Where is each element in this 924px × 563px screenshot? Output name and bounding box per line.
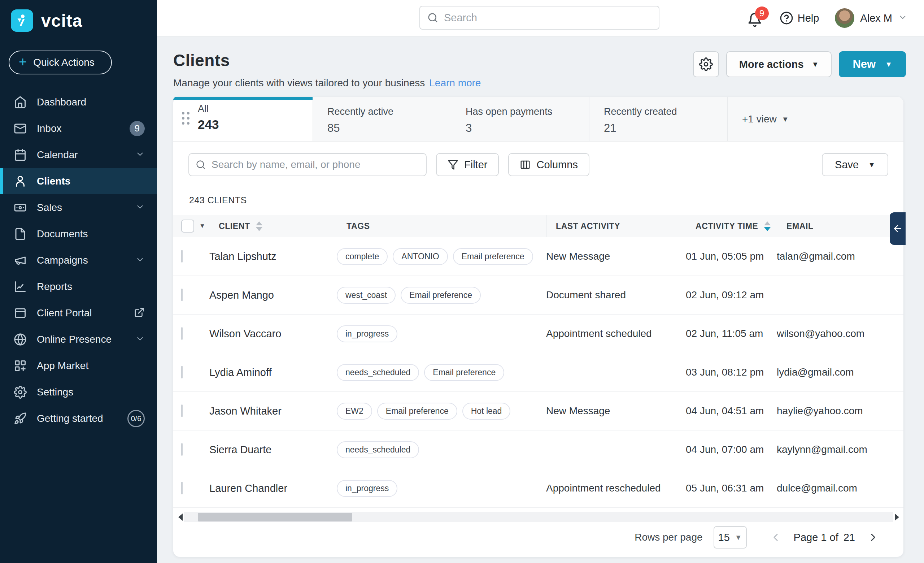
sidebar-item-clients[interactable]: Clients <box>0 168 157 194</box>
client-email: haylie@yahoo.com <box>777 405 903 417</box>
sort-icon[interactable] <box>256 221 262 231</box>
row-checkbox[interactable] <box>181 366 183 378</box>
table-row[interactable]: Sierra Duarte needs_scheduled 04 Jun, 07… <box>173 431 903 469</box>
client-tags: west_coastEmail preference <box>337 287 546 304</box>
table-row[interactable]: Wilson Vaccaro in_progress Appointment s… <box>173 315 903 353</box>
sidebar-item-inbox[interactable]: Inbox 9 <box>0 115 157 141</box>
select-all-checkbox[interactable] <box>181 219 194 233</box>
tag-pill[interactable]: Email preference <box>377 403 457 420</box>
client-name[interactable]: Lydia Aminoff <box>209 366 337 378</box>
scrollbar-thumb[interactable] <box>198 513 352 521</box>
settings-gear-button[interactable] <box>693 51 719 77</box>
sidebar-item-app-market[interactable]: App Market <box>0 353 157 379</box>
tag-pill[interactable]: Hot lead <box>462 403 511 420</box>
view-tab-recently-created[interactable]: Recently created 21 <box>590 97 728 141</box>
pagination: Rows per page 15 ▼ Page 1 of 21 <box>173 522 903 552</box>
previous-page-button[interactable] <box>768 530 783 545</box>
view-tab-all[interactable]: All 243 <box>173 97 313 141</box>
collapse-panel-handle[interactable] <box>890 212 906 245</box>
columns-label: Columns <box>536 159 578 171</box>
sidebar-item-settings[interactable]: Settings <box>0 379 157 405</box>
view-tab-has-open-payments[interactable]: Has open payments 3 <box>451 97 590 141</box>
quick-actions-button[interactable]: + Quick Actions <box>9 51 112 74</box>
client-name[interactable]: Aspen Mango <box>209 289 337 301</box>
row-checkbox[interactable] <box>181 482 183 494</box>
column-header-activity-time[interactable]: ACTIVITY TIME <box>686 215 777 237</box>
sidebar-item-calendar[interactable]: Calendar <box>0 141 157 168</box>
scrollbar-track[interactable] <box>184 512 893 522</box>
user-menu[interactable]: Alex M <box>835 8 908 28</box>
sidebar-item-online-presence[interactable]: Online Presence <box>0 326 157 353</box>
view-tab-recently-active[interactable]: Recently active 85 <box>313 97 451 141</box>
rocket-icon <box>14 412 27 425</box>
sidebar-item-client-portal[interactable]: Client Portal <box>0 300 157 326</box>
sidebar-item-documents[interactable]: Documents <box>0 221 157 247</box>
columns-icon <box>520 159 531 170</box>
column-header-email[interactable]: EMAIL <box>777 215 903 237</box>
scroll-right-arrow-icon[interactable] <box>895 513 899 521</box>
next-page-button[interactable] <box>866 530 880 545</box>
global-search-input[interactable] <box>444 12 651 24</box>
more-views-label: +1 view <box>742 113 777 125</box>
client-name[interactable]: Jason Whitaker <box>209 405 337 417</box>
mail-icon <box>14 122 27 135</box>
table-row[interactable]: Lauren Chandler in_progress Appointment … <box>173 469 903 508</box>
column-header-last-activity[interactable]: LAST ACTIVITY <box>546 215 686 237</box>
tag-pill[interactable]: Email preference <box>400 287 481 304</box>
select-menu-caret-icon[interactable]: ▼ <box>199 222 206 230</box>
drag-handle-icon[interactable] <box>182 112 189 125</box>
tag-pill[interactable]: Email preference <box>424 364 504 381</box>
tag-pill[interactable]: needs_scheduled <box>337 364 419 381</box>
horizontal-scrollbar[interactable] <box>178 512 900 522</box>
client-search-input[interactable] <box>212 159 419 170</box>
tag-pill[interactable]: Email preference <box>453 248 533 265</box>
row-checkbox[interactable] <box>181 327 183 340</box>
sidebar-item-getting-started[interactable]: Getting started 0/6 <box>0 405 157 432</box>
client-name[interactable]: Sierra Duarte <box>209 444 337 456</box>
row-checkbox[interactable] <box>181 250 183 263</box>
topbar: 9 Help Alex M <box>157 0 924 36</box>
column-header-client[interactable]: CLIENT <box>209 215 337 237</box>
table-row[interactable]: Talan Lipshutz completeANTONIOEmail pref… <box>173 237 903 276</box>
rocket-icon <box>14 412 27 425</box>
columns-button[interactable]: Columns <box>508 153 589 176</box>
sidebar-item-sales[interactable]: Sales <box>0 194 157 221</box>
banknote-icon <box>14 201 27 214</box>
client-name[interactable]: Wilson Vaccaro <box>209 328 337 340</box>
tag-pill[interactable]: complete <box>337 248 388 265</box>
notifications-button[interactable]: 9 <box>747 9 764 27</box>
tag-pill[interactable]: ANTONIO <box>393 248 448 265</box>
help-button[interactable]: Help <box>780 11 819 25</box>
row-checkbox[interactable] <box>181 288 183 301</box>
tag-pill[interactable]: EW2 <box>337 403 372 420</box>
table-row[interactable]: Aspen Mango west_coastEmail preference D… <box>173 276 903 315</box>
learn-more-link[interactable]: Learn more <box>429 77 481 89</box>
row-checkbox[interactable] <box>181 443 183 456</box>
global-search[interactable] <box>419 6 659 30</box>
rows-per-page-select[interactable]: 15 ▼ <box>714 526 747 548</box>
scroll-left-arrow-icon[interactable] <box>178 513 183 521</box>
more-views-dropdown[interactable]: +1 view▼ <box>728 97 789 141</box>
tag-pill[interactable]: west_coast <box>337 287 396 304</box>
sort-icon-active[interactable] <box>764 221 771 231</box>
tag-pill[interactable]: in_progress <box>337 325 398 342</box>
tag-pill[interactable]: needs_scheduled <box>337 441 419 458</box>
new-button[interactable]: New ▼ <box>839 51 906 77</box>
sidebar-item-dashboard[interactable]: Dashboard <box>0 89 157 115</box>
more-actions-button[interactable]: More actions ▼ <box>726 51 832 77</box>
brand-logo[interactable]: vcita <box>0 0 157 32</box>
filter-button[interactable]: Filter <box>436 153 499 176</box>
table-row[interactable]: Jason Whitaker EW2Email preferenceHot le… <box>173 392 903 431</box>
column-header-tags[interactable]: TAGS <box>337 215 546 237</box>
client-name[interactable]: Talan Lipshutz <box>209 251 337 263</box>
sidebar-item-campaigns[interactable]: Campaigns <box>0 247 157 273</box>
gear-icon <box>699 57 713 71</box>
row-checkbox[interactable] <box>181 404 183 417</box>
table-row[interactable]: Lydia Aminoff needs_scheduledEmail prefe… <box>173 353 903 392</box>
save-button[interactable]: Save ▼ <box>822 153 888 176</box>
activity-time: 04 Jun, 04:51 am <box>686 405 777 417</box>
client-name[interactable]: Lauren Chandler <box>209 482 337 494</box>
client-search[interactable] <box>188 153 427 176</box>
tag-pill[interactable]: in_progress <box>337 480 398 497</box>
sidebar-item-reports[interactable]: Reports <box>0 273 157 300</box>
